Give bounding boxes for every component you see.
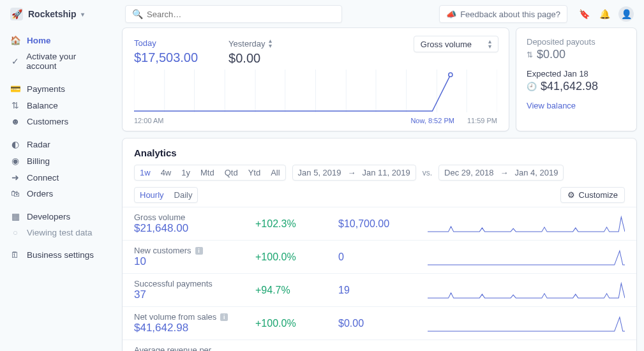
period-segment[interactable]: 1w 4w 1y Mtd Qtd Ytd All [134, 165, 286, 181]
gross-volume-select[interactable]: Gross volume ▴▾ [414, 36, 498, 52]
metric-value: $21,648.00 [134, 222, 255, 235]
settings-icon: 🗓 [10, 250, 20, 260]
toggle-icon: ○ [10, 228, 20, 237]
date-range-compare[interactable]: Dec 29, 2018 → Jan 4, 2019 [438, 165, 564, 181]
date-range-primary[interactable]: Jan 5, 2019 → Jan 11, 2019 [292, 165, 416, 181]
brand-switcher[interactable]: 🚀 Rocketship ▾ [10, 8, 115, 20]
select-chevron-icon: ▴▾ [488, 39, 491, 49]
analytics-title: Analytics [123, 147, 636, 165]
sidebar-item-label: Customers [27, 117, 68, 126]
sidebar-item-label: Activate your account [26, 52, 105, 71]
period-all[interactable]: All [266, 165, 285, 180]
deposited-value: $0.00 [537, 48, 565, 61]
customize-button[interactable]: ⚙ Customize [560, 187, 625, 203]
feedback-button[interactable]: 📣 Feedback about this page? [439, 5, 567, 23]
metric-sparkline [428, 248, 625, 266]
sidebar-item-label: Radar [27, 140, 50, 149]
sidebar-item-radar[interactable]: ◐Radar [0, 136, 115, 153]
brand-name: Rocketship [28, 9, 76, 19]
sidebar-item-orders[interactable]: 🛍Orders [0, 186, 115, 202]
orders-icon: 🛍 [10, 189, 20, 198]
sidebar-item-label: Balance [27, 101, 58, 110]
axis-end: 11:59 PM [467, 117, 497, 124]
sidebar-item-home[interactable]: 🏠Home [0, 32, 115, 49]
yesterday-value: $0.00 [228, 51, 272, 66]
metric-row[interactable]: Successful payments 37+94.7%19 [123, 273, 636, 306]
gear-icon: ⚙ [567, 190, 575, 200]
megaphone-icon: 📣 [446, 10, 456, 19]
metric-title: New customers i [134, 246, 255, 255]
brand-icon: 🚀 [10, 8, 23, 20]
sidebar-item-label: Orders [27, 189, 53, 198]
svg-point-13 [449, 73, 453, 77]
period-1y[interactable]: 1y [176, 165, 195, 180]
metric-compare: 0 [338, 251, 428, 263]
metric-change: +100.0% [255, 318, 338, 329]
metric-sparkline [428, 215, 625, 233]
sidebar-item-label: Viewing test data [27, 228, 93, 237]
metric-title: Successful payments [134, 279, 255, 288]
sidebar-item-customers[interactable]: ☻Customers [0, 114, 115, 130]
metric-row[interactable]: Average revenue per customer i$4,295.50+… [123, 340, 636, 351]
sidebar-item-payments[interactable]: 💳Payments [0, 80, 115, 97]
arrow-right-icon: → [347, 165, 357, 180]
card-icon: 💳 [10, 84, 20, 94]
range2-to: Jan 4, 2019 [509, 165, 563, 180]
range1-from: Jan 5, 2019 [293, 165, 347, 180]
vs-label: vs. [423, 168, 432, 177]
bookmark-icon[interactable]: 🔖 [578, 9, 590, 19]
sidebar-item-billing[interactable]: ◉Billing [0, 153, 115, 169]
customize-label: Customize [579, 190, 618, 200]
connect-icon: ➜ [10, 172, 20, 183]
sidebar-item-balance[interactable]: ⇅Balance [0, 97, 115, 114]
info-icon: i [195, 247, 203, 255]
metric-value: 37 [134, 288, 255, 301]
arrow-right-icon: → [498, 165, 509, 180]
info-icon: i [220, 313, 228, 321]
metric-change: +94.7% [255, 285, 338, 296]
home-icon: 🏠 [10, 35, 20, 45]
metric-title: Average revenue per customer i [134, 345, 255, 351]
metric-row[interactable]: New customers i10+100.0%0 [123, 240, 636, 273]
view-balance-link[interactable]: View balance [527, 101, 626, 110]
granularity-hourly[interactable]: Hourly [135, 188, 169, 202]
range1-to: Jan 11, 2019 [357, 165, 416, 180]
developers-icon: ▦ [10, 211, 20, 221]
sidebar-item-activate[interactable]: ✓Activate your account [0, 49, 115, 74]
person-icon: ☻ [10, 117, 20, 126]
sidebar-item-developers[interactable]: ▦Developers [0, 208, 115, 225]
range2-from: Dec 29, 2018 [439, 165, 498, 180]
granularity-segment[interactable]: Hourly Daily [134, 187, 198, 203]
metric-compare: $10,700.00 [338, 218, 428, 230]
search-icon: 🔍 [132, 9, 143, 19]
gross-volume-label: Gross volume [421, 40, 472, 49]
bell-icon[interactable]: 🔔 [598, 9, 611, 19]
metric-value: $41,642.98 [134, 322, 255, 334]
axis-now: Now, 8:52 PM [410, 117, 454, 124]
payouts-card: Deposited payouts ⇅$0.00 Expected Jan 18… [516, 28, 636, 131]
metric-value: 10 [134, 255, 255, 268]
sidebar-item-connect[interactable]: ➜Connect [0, 169, 115, 186]
period-qtd[interactable]: Qtd [220, 165, 243, 180]
sidebar-item-label: Business settings [27, 250, 94, 260]
metric-row[interactable]: Gross volume $21,648.00+102.3%$10,700.00 [123, 207, 636, 240]
search-box[interactable]: 🔍 [125, 5, 342, 23]
metric-title: Gross volume [134, 213, 255, 222]
today-label: Today [134, 38, 198, 48]
billing-icon: ◉ [10, 156, 20, 166]
period-4w[interactable]: 4w [156, 165, 177, 180]
granularity-daily[interactable]: Daily [169, 188, 198, 202]
period-ytd[interactable]: Ytd [243, 165, 266, 180]
balance-icon: ⇅ [10, 100, 20, 110]
period-1w[interactable]: 1w [135, 165, 156, 180]
user-avatar[interactable]: 👤 [618, 6, 634, 22]
sidebar-item-business-settings[interactable]: 🗓Business settings [0, 247, 115, 263]
period-mtd[interactable]: Mtd [195, 165, 220, 180]
expected-label: Expected Jan 18 [527, 69, 626, 78]
sidebar-item-test-data[interactable]: ○Viewing test data [0, 225, 115, 241]
search-input[interactable] [147, 10, 335, 19]
check-icon: ✓ [10, 56, 20, 66]
radar-icon: ◐ [10, 139, 20, 149]
metric-compare: $0.00 [338, 318, 428, 329]
metric-row[interactable]: Net volume from sales i$41,642.98+100.0%… [123, 306, 636, 340]
